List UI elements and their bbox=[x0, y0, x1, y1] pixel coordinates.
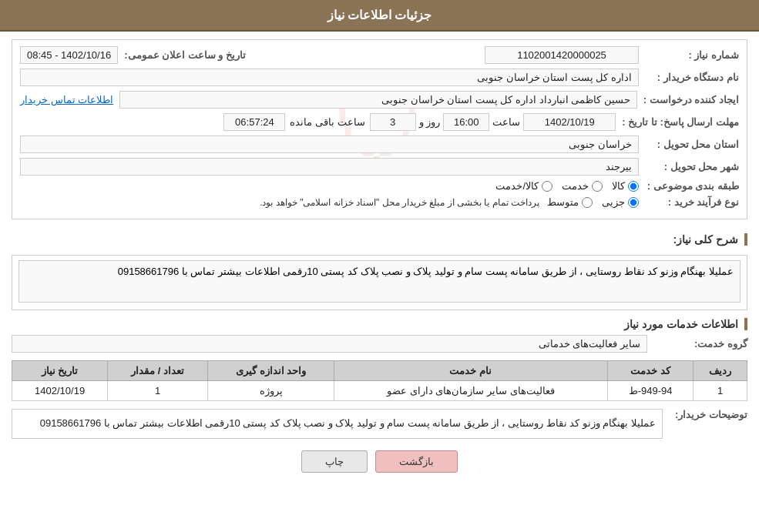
days-value: 3 bbox=[370, 113, 416, 131]
purchase-type-note: پرداخت تمام یا بخشی از مبلغ خریدار محل "… bbox=[260, 197, 547, 208]
time-label: ساعت bbox=[489, 116, 523, 128]
need-number-label: شماره نیاز : bbox=[639, 49, 739, 61]
category-khedmat-label: خدمت bbox=[562, 180, 589, 192]
need-desc-section-title: شرح کلی نیاز: bbox=[673, 233, 747, 246]
page-header: جزئیات اطلاعات نیاز bbox=[0, 0, 759, 32]
col-header-service-code: کد خدمت bbox=[607, 361, 694, 381]
col-header-quantity: تعداد / مقدار bbox=[108, 361, 208, 381]
table-row: 1 949-94-ط فعالیت‌های سایر سازمان‌های دا… bbox=[12, 381, 747, 401]
days-label: روز و bbox=[416, 116, 444, 128]
city-label: شهر محل تحویل : bbox=[639, 161, 739, 172]
cell-service-name: فعالیت‌های سایر سازمان‌های دارای عضو bbox=[334, 381, 607, 401]
purchase-type-jozi-label: جزیی bbox=[602, 196, 625, 208]
category-radio-kala-khedmat[interactable]: کالا/خدمت bbox=[495, 180, 552, 192]
col-header-unit: واحد اندازه گیری bbox=[208, 361, 334, 381]
city-value: بیرجند bbox=[20, 158, 639, 176]
cell-unit: پروژه bbox=[208, 381, 334, 401]
creator-contact-link[interactable]: اطلاعات تماس خریدار bbox=[20, 94, 113, 105]
buyer-desc-text: عملیلا بهنگام وزنو کد نقاط روستایی ، از … bbox=[18, 416, 656, 432]
announce-date-value: 1402/10/16 - 08:45 bbox=[20, 46, 118, 64]
purchase-type-radio-group: متوسط جزیی bbox=[547, 196, 639, 208]
need-desc-textarea[interactable]: عملیلا بهنگام وزنو کد نقاط روستایی ، از … bbox=[18, 260, 741, 303]
send-deadline-label: مهلت ارسال پاسخ: تا تاریخ : bbox=[616, 116, 739, 128]
back-button[interactable]: بازگشت bbox=[375, 450, 458, 473]
action-buttons: بازگشت چاپ bbox=[12, 450, 747, 473]
category-radio-khedmat[interactable]: خدمت bbox=[562, 180, 603, 192]
services-table: ردیف کد خدمت نام خدمت واحد اندازه گیری ت… bbox=[12, 360, 747, 401]
remaining-value: 06:57:24 bbox=[223, 113, 285, 131]
cell-need-date: 1402/10/19 bbox=[12, 381, 108, 401]
col-header-service-name: نام خدمت bbox=[334, 361, 607, 381]
deadline-time-value: 16:00 bbox=[443, 113, 489, 131]
category-label: طبقه بندی موضوعی : bbox=[639, 180, 739, 192]
province-label: استان محل تحویل : bbox=[639, 139, 739, 150]
remaining-label: ساعت باقی مانده bbox=[285, 116, 369, 128]
col-header-need-date: تاریخ نیاز bbox=[12, 361, 108, 381]
announce-date-label: تاریخ و ساعت اعلان عمومی: bbox=[118, 49, 246, 61]
cell-row-num: 1 bbox=[694, 381, 747, 401]
purchase-type-label: نوع فرآیند خرید : bbox=[639, 196, 739, 208]
category-kala-khedmat-label: کالا/خدمت bbox=[495, 180, 539, 192]
col-header-row-num: ردیف bbox=[694, 361, 747, 381]
purchase-type-motavaset-label: متوسط bbox=[547, 196, 579, 208]
province-value: خراسان جنوبی bbox=[20, 136, 639, 153]
cell-service-code: 949-94-ط bbox=[607, 381, 694, 401]
category-kala-label: کالا bbox=[612, 180, 625, 192]
creator-value: حسین کاظمی انبارداد اداره کل پست استان خ… bbox=[119, 91, 637, 109]
purchase-type-radio-jozi[interactable]: جزیی bbox=[602, 196, 639, 208]
buyer-desc-label: توضیحات خریدار: bbox=[663, 409, 747, 420]
cell-quantity: 1 bbox=[108, 381, 208, 401]
service-group-label: گروه خدمت: bbox=[647, 338, 747, 350]
need-number-value: 1102001420000025 bbox=[485, 46, 639, 64]
buyer-org-label: نام دستگاه خریدار : bbox=[639, 72, 739, 83]
buyer-org-value: اداره کل پست استان خراسان جنوبی bbox=[20, 69, 639, 86]
services-section-title: اطلاعات خدمات مورد نیاز bbox=[12, 318, 747, 330]
print-button[interactable]: چاپ bbox=[301, 450, 368, 473]
category-radio-group: کالا/خدمت خدمت کالا bbox=[495, 180, 639, 192]
purchase-type-radio-motavaset[interactable]: متوسط bbox=[547, 196, 593, 208]
deadline-date-value: 1402/10/19 bbox=[523, 113, 616, 131]
creator-label: ایجاد کننده درخواست : bbox=[637, 94, 739, 105]
page-title: جزئیات اطلاعات نیاز bbox=[327, 8, 432, 22]
category-radio-kala[interactable]: کالا bbox=[612, 180, 639, 192]
service-group-value: سایر فعالیت‌های خدماتی bbox=[12, 335, 647, 353]
